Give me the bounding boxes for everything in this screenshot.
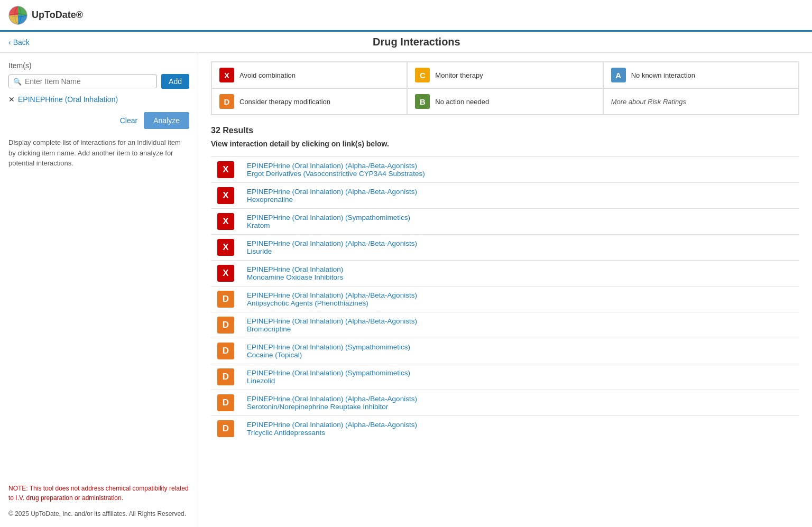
analyze-button[interactable]: Analyze [144,112,189,129]
risk-ratings-link[interactable]: More about Risk Ratings [611,98,686,106]
interaction-line1[interactable]: EPINEPHrine (Oral Inhalation) (Sympathom… [247,343,793,351]
app-header: UpToDate® [0,0,812,32]
legend-badge-d: D [219,94,234,109]
interaction-row: XEPINEPHrine (Oral Inhalation) (Alpha-/B… [211,182,799,208]
legend-monitor-label: Monitor therapy [435,71,483,79]
drug-item-row: ✕ EPINEPHrine (Oral Inhalation) [8,95,189,104]
interaction-badge: X [217,213,234,230]
page-title: Drug Interactions [30,36,804,48]
clear-button[interactable]: Clear [120,116,137,125]
legend-no-action: B No action needed [407,88,603,115]
back-button[interactable]: ‹ Back [8,38,30,47]
interaction-text-cell: EPINEPHrine (Oral Inhalation) (Sympathom… [241,338,799,364]
remove-drug-icon[interactable]: ✕ [8,95,15,104]
interaction-badge: X [217,265,234,282]
interaction-badge-cell: X [211,209,241,234]
interaction-line2[interactable]: Lisuride [247,247,793,255]
interaction-badge: D [217,343,234,359]
interaction-text-cell: EPINEPHrine (Oral Inhalation) (Sympathom… [241,209,799,234]
legend-no-action-label: No action needed [435,98,489,106]
interaction-line1[interactable]: EPINEPHrine (Oral Inhalation) (Sympathom… [247,214,793,221]
logo-text: UpToDate® [32,10,83,21]
interaction-row: XEPINEPHrine (Oral Inhalation) (Alpha-/B… [211,156,799,182]
interaction-line2[interactable]: Serotonin/Norepinephrine Reuptake Inhibi… [247,403,793,411]
interaction-row: XEPINEPHrine (Oral Inhalation)Monoamine … [211,260,799,286]
interaction-row: XEPINEPHrine (Oral Inhalation) (Sympatho… [211,208,799,234]
interaction-badge: X [217,187,234,204]
interaction-badge: X [217,239,234,256]
interaction-row: DEPINEPHrine (Oral Inhalation) (Sympatho… [211,364,799,390]
interaction-line1[interactable]: EPINEPHrine (Oral Inhalation) (Alpha-/Be… [247,291,793,299]
main-layout: Item(s) 🔍 Add ✕ EPINEPHrine (Oral Inhala… [0,53,812,527]
interaction-line2[interactable]: Bromocriptine [247,325,793,333]
legend-badge-a: A [611,68,626,82]
interaction-badge-cell: D [211,312,241,338]
interaction-badge-cell: X [211,183,241,208]
interaction-badge-cell: D [211,416,241,441]
interaction-text-cell: EPINEPHrine (Oral Inhalation)Monoamine O… [241,261,799,286]
interaction-badge-cell: X [211,157,241,182]
drug-name-link[interactable]: EPINEPHrine (Oral Inhalation) [18,95,118,104]
interaction-line2[interactable]: Monoamine Oxidase Inhibitors [247,273,793,281]
content-area: X Avoid combination C Monitor therapy A … [198,53,812,527]
sidebar-copyright: © 2025 UpToDate, Inc. and/or its affilia… [8,509,189,519]
legend-consider: D Consider therapy modification [211,88,407,115]
interaction-line1[interactable]: EPINEPHrine (Oral Inhalation) (Alpha-/Be… [247,421,793,429]
back-label: Back [13,38,30,47]
interaction-text-cell: EPINEPHrine (Oral Inhalation) (Alpha-/Be… [241,235,799,260]
back-chevron-icon: ‹ [8,38,11,47]
interaction-line1[interactable]: EPINEPHrine (Oral Inhalation) [247,265,793,273]
interaction-badge: X [217,161,234,178]
interaction-badge: D [217,394,234,411]
results-count: 32 Results [211,126,799,135]
interaction-line2[interactable]: Hexoprenaline [247,196,793,204]
interaction-line1[interactable]: EPINEPHrine (Oral Inhalation) (Alpha-/Be… [247,239,793,247]
search-icon: 🔍 [13,78,22,86]
interaction-line2[interactable]: Antipsychotic Agents (Phenothiazines) [247,299,793,307]
search-row: 🔍 Add [8,74,189,89]
interaction-badge-cell: X [211,261,241,286]
legend-avoid-label: Avoid combination [239,71,296,79]
interaction-line1[interactable]: EPINEPHrine (Oral Inhalation) (Sympathom… [247,369,793,377]
interaction-row: XEPINEPHrine (Oral Inhalation) (Alpha-/B… [211,234,799,260]
interaction-row: DEPINEPHrine (Oral Inhalation) (Sympatho… [211,338,799,364]
interaction-badge-cell: D [211,364,241,390]
interaction-text-cell: EPINEPHrine (Oral Inhalation) (Alpha-/Be… [241,312,799,338]
add-button[interactable]: Add [161,74,189,89]
sidebar-description: Display complete list of interactions fo… [8,137,189,169]
interaction-line2[interactable]: Kratom [247,221,793,229]
interaction-line1[interactable]: EPINEPHrine (Oral Inhalation) (Alpha-/Be… [247,317,793,325]
sidebar: Item(s) 🔍 Add ✕ EPINEPHrine (Oral Inhala… [0,53,198,527]
legend-badge-x: X [219,68,234,82]
interaction-line2[interactable]: Cocaine (Topical) [247,351,793,359]
interaction-line2[interactable]: Linezolid [247,377,793,385]
legend-avoid: X Avoid combination [211,62,407,88]
interaction-line1[interactable]: EPINEPHrine (Oral Inhalation) (Alpha-/Be… [247,162,793,170]
items-label: Item(s) [8,61,189,70]
sidebar-spacer [8,177,189,484]
interaction-line2[interactable]: Tricyclic Antidepressants [247,429,793,437]
search-input[interactable] [25,77,152,86]
interaction-badge: D [217,420,234,437]
sidebar-note: NOTE: This tool does not address chemica… [8,484,189,503]
interaction-row: DEPINEPHrine (Oral Inhalation) (Alpha-/B… [211,415,799,441]
interaction-row: DEPINEPHrine (Oral Inhalation) (Alpha-/B… [211,286,799,312]
interaction-row: DEPINEPHrine (Oral Inhalation) (Alpha-/B… [211,312,799,338]
interaction-badge-cell: D [211,390,241,415]
interaction-line2[interactable]: Ergot Derivatives (Vasoconstrictive CYP3… [247,170,793,178]
interaction-badge: D [217,317,234,334]
results-instruction: View interaction detail by clicking on l… [211,140,799,148]
interaction-badge-cell: D [211,286,241,312]
interaction-text-cell: EPINEPHrine (Oral Inhalation) (Alpha-/Be… [241,286,799,312]
legend-no-known-label: No known interaction [631,71,695,79]
legend: X Avoid combination C Monitor therapy A … [211,61,799,115]
legend-risk-ratings[interactable]: More about Risk Ratings [603,88,799,115]
legend-badge-c: C [415,68,430,82]
interaction-badge-cell: X [211,235,241,260]
interaction-line1[interactable]: EPINEPHrine (Oral Inhalation) (Alpha-/Be… [247,188,793,196]
legend-consider-label: Consider therapy modification [239,98,330,106]
interaction-line1[interactable]: EPINEPHrine (Oral Inhalation) (Alpha-/Be… [247,395,793,403]
interaction-row: DEPINEPHrine (Oral Inhalation) (Alpha-/B… [211,390,799,415]
interaction-text-cell: EPINEPHrine (Oral Inhalation) (Sympathom… [241,364,799,390]
legend-no-known: A No known interaction [603,62,799,88]
